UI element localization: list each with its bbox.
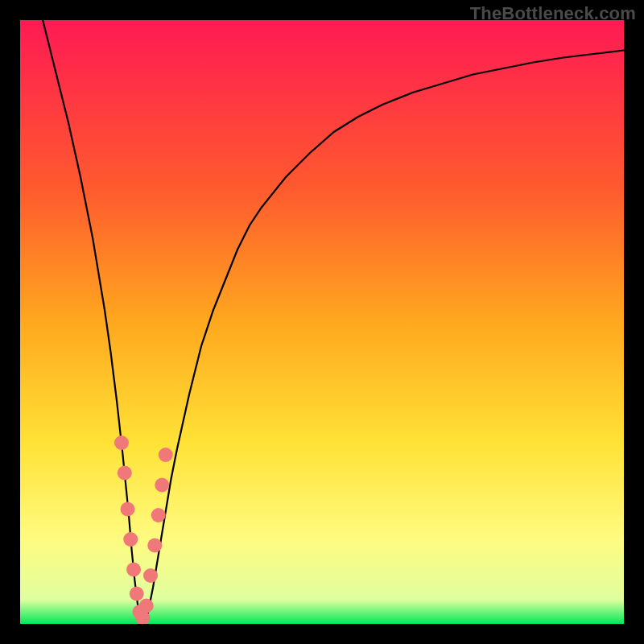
- watermark-text: TheBottleneck.com: [470, 3, 636, 24]
- gradient-background: [20, 20, 624, 624]
- data-marker: [130, 587, 144, 601]
- data-marker: [143, 568, 158, 583]
- data-marker: [126, 563, 141, 577]
- chart-frame: TheBottleneck.com: [0, 0, 644, 644]
- data-marker: [155, 478, 169, 493]
- data-marker: [121, 502, 135, 517]
- data-marker: [123, 532, 138, 547]
- data-marker: [118, 466, 132, 481]
- data-marker: [114, 436, 129, 450]
- plot-area: [20, 20, 624, 624]
- plot-svg: [20, 20, 624, 624]
- data-marker: [147, 539, 162, 553]
- data-marker: [139, 599, 154, 613]
- data-marker: [151, 508, 166, 522]
- data-marker: [159, 448, 173, 462]
